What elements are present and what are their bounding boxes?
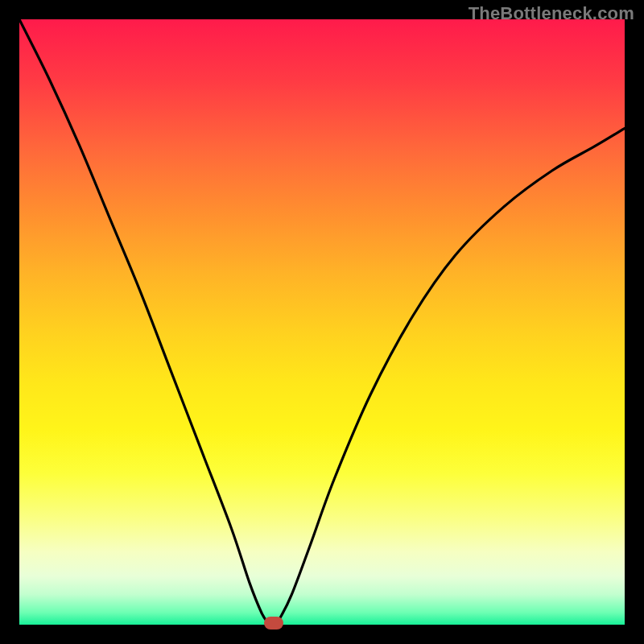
bottleneck-curve [19,19,625,625]
chart-frame: TheBottleneck.com [0,0,644,644]
curve-svg [19,19,625,625]
plot-area [19,19,625,625]
optimal-point-marker [264,617,283,630]
